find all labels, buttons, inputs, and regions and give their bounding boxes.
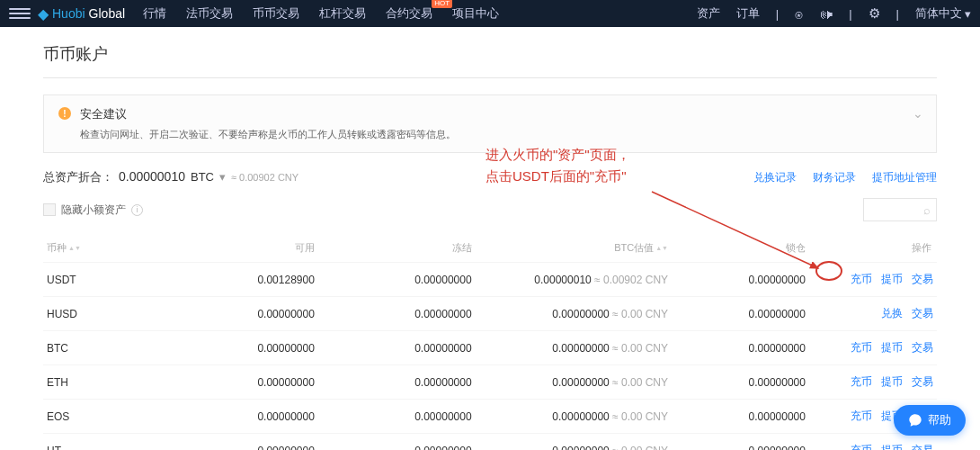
op-link[interactable]: 交易 bbox=[912, 306, 933, 321]
warning-icon: ! bbox=[58, 107, 71, 120]
chat-icon bbox=[908, 413, 922, 428]
right-nav: 资产 订单 | ⍟ 🕪 | ⚙ | 简体中文▾ bbox=[697, 5, 971, 22]
lang-label: 简体中文 bbox=[915, 5, 962, 22]
sort-icon: ▲▼ bbox=[655, 246, 668, 251]
th-locked: 锁仓 bbox=[672, 234, 809, 263]
op-link[interactable]: 兑换 bbox=[881, 306, 903, 321]
op-link[interactable]: 提币 bbox=[881, 272, 903, 287]
table-row: USDT 0.00128900 0.00000000 0.00000010 ≈ … bbox=[43, 263, 937, 297]
hot-badge: HOT bbox=[432, 0, 452, 8]
cell-btc: 0.00000000 ≈ 0.00 CNY bbox=[476, 434, 672, 451]
cell-frozen: 0.00000000 bbox=[318, 263, 476, 297]
cell-btc: 0.00000010 ≈ 0.00902 CNY bbox=[476, 263, 672, 297]
flame-icon: ◆ bbox=[38, 5, 49, 22]
cell-coin: EOS bbox=[43, 400, 151, 434]
logo[interactable]: ◆ Huobi Global bbox=[38, 5, 125, 22]
total-approx: ≈ 0.00902 CNY bbox=[231, 172, 298, 183]
nav-fiat[interactable]: 法币交易 bbox=[186, 5, 233, 22]
cell-locked: 0.00000000 bbox=[672, 297, 809, 331]
total-value: 0.00000010 bbox=[119, 169, 185, 184]
help-button[interactable]: 帮助 bbox=[894, 405, 966, 436]
th-frozen: 冻结 bbox=[318, 234, 476, 263]
cell-frozen: 0.00000000 bbox=[318, 297, 476, 331]
op-link[interactable]: 提币 bbox=[881, 374, 903, 390]
link-finance-records[interactable]: 财务记录 bbox=[813, 170, 856, 185]
th-btc-est[interactable]: BTC估值▲▼ bbox=[476, 234, 672, 263]
hide-small-label: 隐藏小额资产 bbox=[61, 202, 126, 218]
hide-small-assets[interactable]: 隐藏小额资产 i bbox=[43, 202, 143, 218]
total-assets: 总资产折合： 0.00000010 BTC ▾ ≈ 0.00902 CNY bbox=[43, 169, 298, 185]
link-exchange-records[interactable]: 兑换记录 bbox=[753, 170, 797, 185]
cell-frozen: 0.00000000 bbox=[318, 400, 476, 434]
nav-contract-label: 合约交易 bbox=[386, 6, 432, 20]
op-link[interactable]: 交易 bbox=[912, 374, 933, 390]
sound-icon[interactable]: 🕪 bbox=[819, 6, 833, 22]
link-withdraw-address[interactable]: 提币地址管理 bbox=[872, 170, 937, 185]
table-row: HUSD 0.00000000 0.00000000 0.00000000 ≈ … bbox=[43, 297, 937, 331]
cell-coin: USDT bbox=[43, 263, 151, 297]
nav-margin[interactable]: 杠杆交易 bbox=[319, 5, 366, 22]
op-link[interactable]: 提币 bbox=[881, 443, 903, 450]
cell-available: 0.00000000 bbox=[151, 331, 318, 365]
op-link[interactable]: 交易 bbox=[912, 340, 933, 356]
hamburger-icon[interactable] bbox=[9, 8, 31, 19]
th-available: 可用 bbox=[151, 234, 318, 263]
nav-spot[interactable]: 币币交易 bbox=[253, 5, 299, 22]
cell-ops: 充币提币交易 bbox=[809, 331, 937, 365]
cell-btc: 0.00000000 ≈ 0.00 CNY bbox=[476, 365, 672, 400]
cell-available: 0.00000000 bbox=[151, 297, 318, 331]
cell-btc: 0.00000000 ≈ 0.00 CNY bbox=[476, 331, 672, 365]
page-title: 币币账户 bbox=[43, 27, 937, 77]
search-box[interactable]: ⌕ bbox=[863, 198, 937, 221]
summary-links: 兑换记录 财务记录 提币地址管理 bbox=[753, 170, 937, 185]
nav-projects[interactable]: 项目中心 bbox=[452, 5, 499, 22]
chevron-down-icon[interactable]: ▾ bbox=[219, 170, 226, 184]
cell-coin: HUSD bbox=[43, 297, 151, 331]
nav-contract[interactable]: 合约交易HOT bbox=[386, 5, 432, 22]
collapse-icon[interactable]: ⌄ bbox=[913, 106, 923, 121]
table-row: HT 0.00000000 0.00000000 0.00000000 ≈ 0.… bbox=[43, 434, 937, 451]
total-label: 总资产折合： bbox=[43, 169, 113, 185]
cell-locked: 0.00000000 bbox=[672, 365, 809, 400]
user-icon[interactable]: ⍟ bbox=[795, 6, 803, 22]
top-header: ◆ Huobi Global 行情 法币交易 币币交易 杠杆交易 合约交易HOT… bbox=[0, 0, 980, 27]
info-icon[interactable]: i bbox=[131, 204, 143, 216]
nav-assets[interactable]: 资产 bbox=[697, 5, 720, 22]
assets-table: 币种▲▼ 可用 冻结 BTC估值▲▼ 锁仓 操作 USDT 0.00128900… bbox=[43, 234, 937, 450]
op-link[interactable]: 充币 bbox=[851, 272, 872, 287]
nav-market[interactable]: 行情 bbox=[143, 5, 166, 22]
chevron-down-icon: ▾ bbox=[965, 7, 971, 21]
cell-coin: ETH bbox=[43, 365, 151, 400]
search-input[interactable] bbox=[869, 204, 923, 215]
cell-ops: 充币提币交易 bbox=[809, 434, 937, 451]
security-alert: ! 安全建议 检查访问网址、开启二次验证、不要给声称是火币的工作人员转账或透露密… bbox=[43, 94, 937, 153]
cell-coin: HT bbox=[43, 434, 151, 451]
th-coin[interactable]: 币种▲▼ bbox=[43, 234, 151, 263]
op-link[interactable]: 充币 bbox=[851, 340, 872, 356]
op-link[interactable]: 充币 bbox=[851, 443, 872, 450]
nav-orders[interactable]: 订单 bbox=[736, 5, 760, 22]
logo-brand: Huobi bbox=[52, 6, 85, 21]
op-link[interactable]: 充币 bbox=[851, 409, 872, 424]
op-link[interactable]: 提币 bbox=[881, 340, 903, 356]
table-row: EOS 0.00000000 0.00000000 0.00000000 ≈ 0… bbox=[43, 400, 937, 434]
cell-coin: BTC bbox=[43, 331, 151, 365]
op-link[interactable]: 交易 bbox=[912, 272, 933, 287]
language-selector[interactable]: 简体中文▾ bbox=[915, 5, 971, 22]
logo-suffix: Global bbox=[89, 6, 125, 21]
cell-frozen: 0.00000000 bbox=[318, 434, 476, 451]
table-row: BTC 0.00000000 0.00000000 0.00000000 ≈ 0… bbox=[43, 331, 937, 365]
sort-icon: ▲▼ bbox=[68, 246, 81, 251]
table-row: ETH 0.00000000 0.00000000 0.00000000 ≈ 0… bbox=[43, 365, 937, 400]
cell-available: 0.00000000 bbox=[151, 434, 318, 451]
gear-icon[interactable]: ⚙ bbox=[869, 5, 880, 22]
checkbox[interactable] bbox=[43, 203, 56, 216]
cell-locked: 0.00000000 bbox=[672, 400, 809, 434]
main-nav: 行情 法币交易 币币交易 杠杆交易 合约交易HOT 项目中心 bbox=[143, 5, 499, 22]
cell-available: 0.00000000 bbox=[151, 365, 318, 400]
cell-btc: 0.00000000 ≈ 0.00 CNY bbox=[476, 297, 672, 331]
op-link[interactable]: 交易 bbox=[912, 443, 933, 450]
search-icon[interactable]: ⌕ bbox=[923, 203, 931, 217]
op-link[interactable]: 充币 bbox=[851, 374, 872, 390]
th-ops: 操作 bbox=[809, 234, 937, 263]
